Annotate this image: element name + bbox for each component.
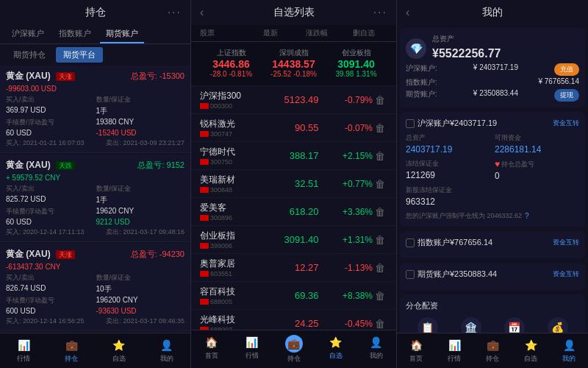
- total-pnl-metric: ♥ 持仓总盈亏 0: [495, 159, 579, 181]
- p3-home-icon: 🏠: [409, 338, 423, 353]
- pos-col1-label-2: 买入/卖出: [6, 184, 95, 194]
- nav-positions[interactable]: 💼 持仓: [64, 338, 79, 364]
- pos-pnl-cny-2: + 59579.52 CNY: [6, 174, 184, 182]
- stock-row[interactable]: 美瑞新材 300848 32.51 +0.77% 🗑: [191, 170, 396, 198]
- stock-row[interactable]: 容百科技 688005 69.36 +8.38% 🗑: [191, 282, 396, 310]
- pos-tag-3: 天涨: [56, 250, 75, 259]
- pos-float-pnl-2: 9212 USD: [96, 218, 185, 226]
- qihuo-transfer-link[interactable]: 资金互转: [553, 269, 579, 279]
- pos-dates: 买入: 2021-01-21 16:07:03 卖出: 2021-03-09 2…: [6, 138, 184, 148]
- p2-nav-market-label: 行情: [245, 351, 259, 361]
- new-stock-btn[interactable]: 📋 新股申购: [415, 317, 441, 333]
- p3-nav-position[interactable]: 💼 持仓: [485, 338, 500, 364]
- total-pnl-val: 0: [495, 171, 579, 181]
- pos-header-3: 黄金 (XAU) 天涨 总盈亏: -94230: [6, 248, 184, 261]
- capital-home-btn[interactable]: 🏦 配资主页: [458, 317, 484, 333]
- stock-row[interactable]: 锐科激光 300747 90.55 -0.07% 🗑: [191, 114, 396, 142]
- panel1-menu-dots[interactable]: ···: [168, 6, 182, 19]
- shzs-block: 上证指数 3446.86 -28.0 -0.81%: [200, 48, 262, 78]
- accounts-list: 沪深账户: ¥ 2403717.19 充值 指数账户: ¥ 767656.14 …: [406, 63, 579, 102]
- stock-delete-icon[interactable]: 🗑: [373, 94, 387, 106]
- nav-positions-label: 持仓: [65, 354, 78, 364]
- szcz-name: 深圳成指: [262, 48, 325, 58]
- pos-sell-date: 卖出: 2021-03-09 23:21:27: [106, 138, 184, 148]
- index-account-val: ¥ 767656.14: [538, 77, 579, 88]
- stock-row[interactable]: 光峰科技 688007 24.25 -0.45% 🗑: [191, 310, 396, 330]
- distribution-section: 分仓配资 📋 新股申购 🏦 配资主页 📅 按天配资 💰 我的配资: [400, 294, 585, 333]
- withdraw-button[interactable]: 提现: [554, 89, 579, 102]
- stock-row[interactable]: 宁德时代 300750 388.17 +2.15% 🗑: [191, 142, 396, 170]
- p3-nav-home[interactable]: 🏠 首页: [409, 338, 423, 364]
- my-capital-icon: 💰: [548, 317, 568, 333]
- pos-buy-sell-2: 825.72 USD: [6, 195, 95, 205]
- shzs-chg: -28.0 -0.81%: [200, 70, 262, 78]
- hushen-transfer-link[interactable]: 资金互转: [553, 118, 579, 128]
- stock-row[interactable]: 创业板指 399006 3091.40 +1.31% 🗑: [191, 226, 396, 254]
- pos-name-3: 黄金 (XAU) 天涨: [6, 248, 75, 261]
- stock-delete-icon[interactable]: 🗑: [373, 262, 387, 274]
- stock-price: 12.27: [265, 262, 318, 273]
- daily-capital-btn[interactable]: 📅 按天配资: [501, 317, 528, 333]
- p3-position-label: 持仓: [486, 354, 499, 364]
- my-capital-btn[interactable]: 💰 我的配资: [545, 317, 571, 333]
- tab-index[interactable]: 指数账户: [53, 25, 97, 43]
- stock-name: 容百科技: [200, 286, 265, 298]
- daily-capital-icon: 📅: [504, 317, 525, 333]
- stock-delete-icon[interactable]: 🗑: [373, 318, 387, 330]
- zishu-transfer-link[interactable]: 资金互转: [553, 238, 579, 247]
- stock-row[interactable]: 奥普家居 603551 12.27 -1.13% 🗑: [191, 254, 396, 282]
- mine-icon: 👤: [159, 338, 174, 353]
- stock-row[interactable]: 爱美客 300896 618.20 +3.36% 🗑: [191, 198, 396, 226]
- col-header-stock: 股票: [200, 28, 247, 38]
- panel3-back-arrow[interactable]: ‹: [406, 6, 409, 19]
- stock-info: 奥普家居 603551: [200, 258, 265, 277]
- p3-nav-watchlist[interactable]: ⭐ 自选: [523, 338, 538, 364]
- hushen-note-info-icon[interactable]: ?: [525, 212, 529, 220]
- p2-nav-position[interactable]: 💼 持仓: [285, 335, 303, 364]
- p3-nav-market[interactable]: 📊 行情: [447, 338, 462, 364]
- frozen-margin-metric: 冻结保证金 121269: [406, 159, 490, 181]
- p2-nav-home-label: 首页: [205, 351, 218, 361]
- pos-fee-3: 600 USD: [6, 307, 95, 315]
- nav-market-label: 行情: [17, 354, 30, 364]
- szcz-chg: -25.52 -0.18%: [262, 70, 325, 78]
- stock-row[interactable]: 沪深指300 000300 5123.49 -0.79% 🗑: [191, 86, 396, 114]
- stock-delete-icon[interactable]: 🗑: [373, 150, 387, 162]
- stock-name: 光峰科技: [200, 314, 265, 326]
- p3-watchlist-label: 自选: [524, 354, 537, 364]
- frozen-margin-val: 121269: [406, 170, 490, 180]
- p2-nav-market[interactable]: 📊 行情: [245, 335, 259, 364]
- nav-market[interactable]: 📊 行情: [16, 338, 31, 364]
- subtab-futures-platform[interactable]: 期货平台: [56, 47, 103, 63]
- stock-price: 32.51: [265, 178, 318, 189]
- subtab-futures-position[interactable]: 期货持仓: [6, 47, 53, 63]
- nav-watchlist[interactable]: ⭐ 自选: [112, 338, 126, 364]
- stock-flag: [200, 187, 209, 193]
- p2-nav-mine[interactable]: 👤 我的: [369, 335, 384, 364]
- position-item: 黄金 (XAU) 天涨 总盈亏: -15300 -99603.00 USD 买入…: [0, 66, 190, 153]
- p2-nav-watchlist[interactable]: ⭐ 自选: [329, 335, 343, 364]
- recharge-button[interactable]: 充值: [554, 63, 579, 76]
- panel2-col-headers: 股票 最新 涨跌幅 删自选: [191, 25, 396, 42]
- nav-mine[interactable]: 👤 我的: [159, 338, 174, 364]
- distribution-buttons: 📋 新股申购 🏦 配资主页 📅 按天配资 💰 我的配资: [406, 317, 579, 333]
- nav-mine-label: 我的: [160, 354, 173, 364]
- col-header-change: 涨跌幅: [294, 28, 341, 38]
- stock-delete-icon[interactable]: 🗑: [373, 206, 387, 218]
- shzs-name: 上证指数: [200, 48, 262, 58]
- stock-delete-icon[interactable]: 🗑: [373, 122, 387, 134]
- stock-delete-icon[interactable]: 🗑: [373, 290, 387, 302]
- pos-col2-label-3: 数量/保证金: [96, 273, 185, 283]
- panel1-subtabs: 期货持仓 期货平台: [0, 44, 190, 66]
- tab-hushen[interactable]: 沪深账户: [6, 25, 50, 43]
- p2-nav-watchlist-label: 自选: [329, 351, 343, 361]
- hushen-section-header: 沪深账户¥2403717.19 资金互转: [406, 118, 579, 129]
- p2-nav-home[interactable]: 🏠 首页: [204, 335, 219, 364]
- panel2-back-arrow[interactable]: ‹: [200, 6, 204, 19]
- stock-delete-icon[interactable]: 🗑: [373, 234, 387, 246]
- stock-delete-icon[interactable]: 🗑: [373, 178, 387, 190]
- account-row-futures: 期货账户: ¥ 2350883.44 提现: [406, 89, 579, 102]
- tab-futures[interactable]: 期货账户: [100, 25, 144, 43]
- p3-nav-mine[interactable]: 👤 我的: [562, 338, 576, 364]
- panel2-menu-dots[interactable]: ···: [373, 6, 387, 19]
